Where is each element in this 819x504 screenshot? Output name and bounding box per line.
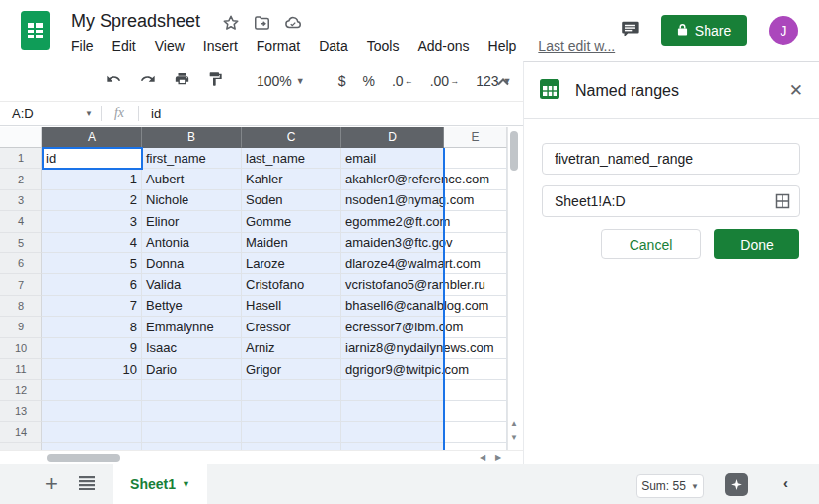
menu-edit[interactable]: Edit [112,38,136,54]
column-header-B[interactable]: B [142,127,242,148]
cancel-button[interactable]: Cancel [601,229,701,259]
star-icon[interactable] [222,14,240,36]
cell-C9[interactable]: Cressor [242,317,341,337]
cell-D4[interactable]: egomme2@ft.com [341,211,444,232]
cell-A10[interactable]: 9 [42,338,142,359]
cell-A14[interactable] [42,422,142,443]
cell-A3[interactable]: 2 [42,190,142,211]
cell-B5[interactable]: Antonia [142,233,242,253]
zoom-select[interactable]: 100% ▼ [257,73,305,89]
cell-E14[interactable] [444,422,507,443]
scroll-down-icon[interactable]: ▼ [508,433,520,442]
vertical-scrollbar-thumb[interactable] [510,131,518,171]
cell-D11[interactable]: dgrigor9@twitpic.com [341,359,444,380]
cell-D5[interactable]: amaiden3@ftc.gov [341,233,444,253]
collapse-toolbar-icon[interactable] [496,72,510,90]
sum-indicator[interactable]: Sum: 55 ▼ [636,474,704,498]
explore-button[interactable] [725,473,748,496]
cell-C13[interactable] [242,401,341,422]
name-box[interactable]: A:D [0,107,85,121]
add-sheet-icon[interactable]: + [45,471,58,497]
cell-B13[interactable] [142,401,242,422]
cloud-check-icon[interactable] [283,14,303,36]
cell-B11[interactable]: Dario [142,359,242,380]
scroll-up-icon[interactable]: ▲ [508,419,520,428]
cell-D1[interactable]: email [341,148,444,169]
cell-C5[interactable]: Maiden [242,233,341,253]
cell-C14[interactable] [242,422,341,443]
row-header-6[interactable]: 6 [0,253,42,274]
menu-insert[interactable]: Insert [203,38,238,54]
comment-icon[interactable] [618,18,641,43]
cell-C10[interactable]: Arniz [242,338,341,359]
column-header-C[interactable]: C [242,127,341,148]
select-data-range-icon[interactable] [775,193,790,213]
sheets-logo-icon[interactable] [20,10,51,55]
cell-A12[interactable] [42,380,142,400]
cell-E12[interactable] [444,380,507,400]
row-header-2[interactable]: 2 [0,169,42,189]
cell-D7[interactable]: vcristofano5@rambler.ru [341,274,444,295]
hide-panel-icon[interactable]: ‹ [783,474,788,491]
scroll-left-icon[interactable]: ◀ [480,453,485,462]
cell-C12[interactable] [242,380,341,400]
cell-A5[interactable]: 4 [42,233,142,253]
row-header-8[interactable]: 8 [0,296,42,317]
scroll-right-icon[interactable]: ▶ [495,453,501,462]
cell-B12[interactable] [142,380,242,400]
row-header-11[interactable]: 11 [0,359,42,380]
range-reference-input[interactable] [542,185,800,217]
cell-E4[interactable] [444,211,507,232]
horizontal-scrollbar-thumb[interactable] [47,454,120,462]
horizontal-scrollbar[interactable]: ◀ ▶ [0,450,523,464]
row-header-3[interactable]: 3 [0,190,42,211]
row-header-5[interactable]: 5 [0,233,42,253]
menu-file[interactable]: File [71,38,94,54]
menu-help[interactable]: Help [488,38,517,54]
share-button[interactable]: Share [661,15,747,46]
range-name-input[interactable] [542,143,800,175]
vertical-scrollbar[interactable]: ▲ ▼ [507,127,520,450]
cell-D2[interactable]: akahler0@reference.com [341,169,444,189]
cell-E1[interactable] [444,148,507,169]
row-header-10[interactable]: 10 [0,338,42,359]
cell-A11[interactable]: 10 [42,359,142,380]
cell-A1[interactable]: id [42,148,142,169]
cell-B7[interactable]: Valida [142,274,242,295]
row-header-4[interactable]: 4 [0,211,42,232]
cell-B2[interactable]: Aubert [142,169,242,189]
cell-B6[interactable]: Donna [142,253,242,274]
done-button[interactable]: Done [714,229,799,259]
cell-C7[interactable]: Cristofano [242,274,341,295]
cell-A6[interactable]: 5 [42,253,142,274]
cell-C4[interactable]: Gomme [242,211,341,232]
format-currency-button[interactable]: $ [338,73,346,89]
sheet-tab[interactable]: Sheet1 ▼ [113,464,207,504]
increase-decimal-button[interactable]: .00 → [430,73,459,89]
cell-B3[interactable]: Nichole [142,190,242,211]
undo-icon[interactable] [105,71,122,91]
cell-A2[interactable]: 1 [42,169,142,189]
formula-input[interactable]: id [151,107,161,121]
select-all-corner[interactable] [0,127,42,148]
chevron-down-icon[interactable]: ▼ [85,109,93,118]
decrease-decimal-button[interactable]: .0 ← [392,73,413,89]
redo-icon[interactable] [139,71,157,91]
close-icon[interactable]: ✕ [789,82,803,99]
row-header-14[interactable]: 14 [0,422,42,443]
cell-B8[interactable]: Bettye [142,296,242,317]
cell-C6[interactable]: Laroze [242,253,341,274]
menu-format[interactable]: Format [257,38,300,54]
cell-A9[interactable]: 8 [42,317,142,337]
cell-C2[interactable]: Kahler [242,169,341,189]
cell-B1[interactable]: first_name [142,148,242,169]
cell-A8[interactable]: 7 [42,296,142,317]
cell-D14[interactable] [341,422,444,443]
all-sheets-icon[interactable] [79,476,95,494]
column-header-E[interactable]: E [444,127,507,148]
column-header-A[interactable]: A [42,127,142,148]
cell-B4[interactable]: Elinor [142,211,242,232]
cell-D6[interactable]: dlaroze4@walmart.com [341,253,444,274]
cell-E13[interactable] [444,401,507,422]
cell-C1[interactable]: last_name [242,148,341,169]
